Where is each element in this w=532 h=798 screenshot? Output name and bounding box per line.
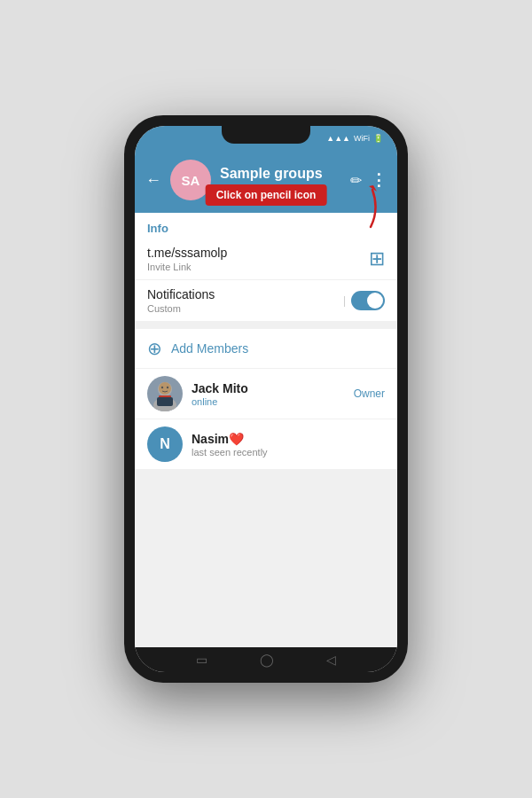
phone-frame: ▲▲▲ WiFi 🔋 ← SA Sample groups 2 members …: [124, 115, 408, 683]
content-area: Info t.me/sssamolp Invite Link ⊞ Notific…: [135, 213, 397, 647]
back-button[interactable]: ←: [145, 171, 161, 190]
group-info: Sample groups 2 members: [220, 166, 350, 195]
group-name: Sample groups: [220, 166, 350, 182]
member-info-nasim: Nasim❤️ last seen recently: [192, 432, 385, 458]
member-name-jack: Jack Mito: [192, 381, 345, 395]
pencil-icon[interactable]: ✏: [350, 172, 362, 189]
svg-point-4: [161, 387, 163, 388]
home-button[interactable]: ▭: [196, 653, 207, 667]
back-nav-button[interactable]: ◯: [260, 653, 274, 667]
group-avatar: SA: [170, 160, 211, 200]
member-row[interactable]: N Nasim❤️ last seen recently: [135, 419, 397, 470]
member-status-jack: online: [192, 396, 345, 407]
svg-point-3: [159, 382, 171, 395]
phone-screen: ▲▲▲ WiFi 🔋 ← SA Sample groups 2 members …: [135, 126, 397, 672]
add-members-row[interactable]: ⊕ Add Members: [135, 329, 397, 369]
invite-link-row[interactable]: t.me/sssamolp Invite Link ⊞: [135, 239, 397, 280]
header: ← SA Sample groups 2 members ✏ ⋮: [135, 151, 397, 213]
owner-badge: Owner: [354, 387, 385, 400]
member-avatar-nasim: N: [147, 426, 183, 462]
notifications-label: Notifications: [147, 287, 215, 301]
notifications-toggle-group: |: [343, 291, 385, 310]
member-info-jack: Jack Mito online: [192, 381, 345, 407]
header-actions: ✏ ⋮: [350, 170, 387, 190]
recents-button[interactable]: ◁: [326, 653, 336, 667]
empty-area: [135, 470, 397, 647]
member-name-nasim: Nasim❤️: [192, 432, 385, 446]
notifications-row: Notifications Custom |: [135, 280, 397, 322]
notch: [222, 126, 310, 144]
qr-code-icon[interactable]: ⊞: [369, 247, 385, 270]
more-options-icon[interactable]: ⋮: [371, 170, 387, 190]
add-members-label: Add Members: [171, 341, 248, 356]
member-avatar-jack: [147, 376, 183, 411]
status-icons: ▲▲▲ WiFi 🔋: [326, 134, 383, 143]
notifications-sub: Custom: [147, 303, 215, 314]
notifications-info: Notifications Custom: [147, 287, 215, 314]
invite-link-value: t.me/sssamolp: [147, 246, 227, 260]
member-status-nasim: last seen recently: [192, 447, 385, 458]
add-member-icon: ⊕: [147, 338, 162, 359]
section-divider: [135, 322, 397, 329]
invite-link-info: t.me/sssamolp Invite Link: [147, 246, 227, 272]
toggle-knob: [367, 293, 383, 309]
svg-rect-7: [157, 397, 173, 406]
invite-link-label: Invite Link: [147, 262, 227, 272]
member-row[interactable]: Jack Mito online Owner: [135, 369, 397, 419]
group-members: 2 members: [220, 183, 350, 195]
notifications-toggle[interactable]: [351, 291, 385, 310]
info-section-title: Info: [135, 213, 397, 239]
svg-point-5: [167, 387, 168, 388]
bottom-nav-bar: ▭ ◯ ◁: [135, 647, 397, 672]
